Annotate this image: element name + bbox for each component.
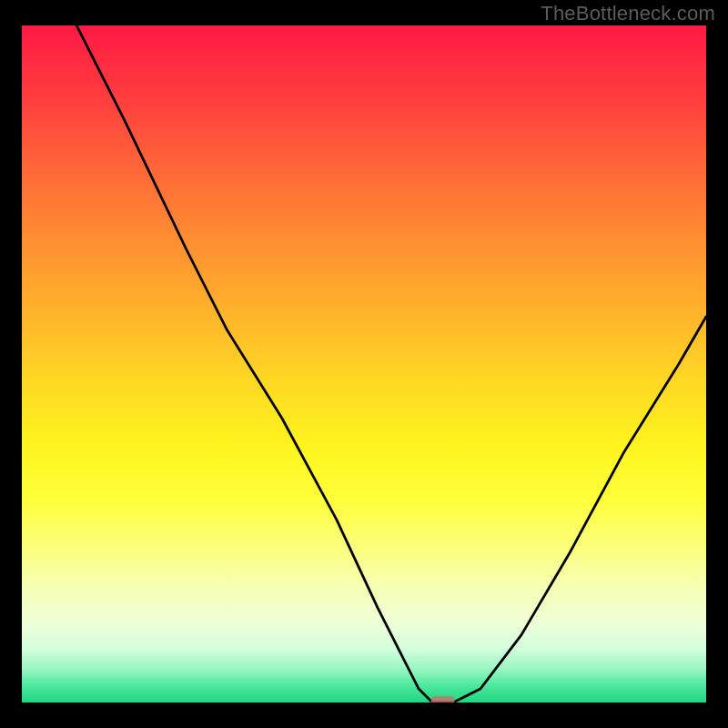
bottleneck-chart: TheBottleneck.com: [0, 0, 728, 728]
bottleneck-curve-path: [76, 25, 706, 703]
watermark-text: TheBottleneck.com: [541, 2, 715, 25]
frame-left: [0, 0, 22, 728]
frame-right: [706, 0, 728, 728]
optimal-point-marker: [431, 696, 455, 703]
frame-bottom: [0, 703, 728, 728]
chart-curve-layer: [22, 25, 706, 703]
